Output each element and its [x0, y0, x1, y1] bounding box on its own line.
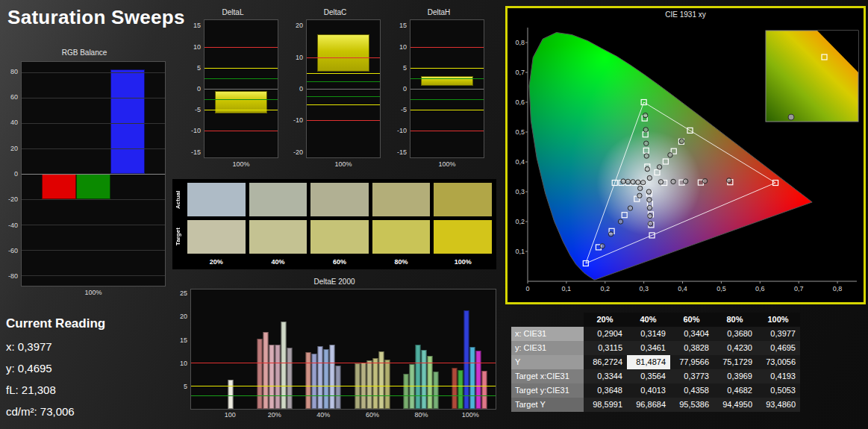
- measured-point-blue: [618, 219, 622, 224]
- y-tick-label: -10: [397, 127, 407, 134]
- measured-point-cyan: [636, 180, 640, 184]
- table-value-cell[interactable]: 0,3149: [627, 327, 670, 341]
- x-tick-label: 0,3: [639, 285, 649, 292]
- y-tick-label: 0,3: [515, 188, 525, 195]
- x-tick-label: 100: [225, 411, 236, 419]
- x-tick-label: 0,2: [601, 285, 611, 292]
- swatch-actual-20%: [187, 183, 246, 216]
- table-value-cell[interactable]: 98,5991: [584, 398, 627, 412]
- deltae-bar: [306, 352, 311, 409]
- deltae-x-axis: 10020%40%60%80%100%: [190, 410, 496, 419]
- table-value-cell[interactable]: 0,3969: [714, 369, 757, 383]
- reference-line: [410, 47, 484, 48]
- table-value-cell[interactable]: 0,3680: [714, 327, 757, 341]
- delta-h-chart-title: DeltaH: [393, 7, 484, 18]
- measured-point-red: [671, 179, 675, 184]
- x-tick-label: 80%: [415, 411, 428, 419]
- measured-point-magenta: [647, 198, 652, 202]
- y-tick-label: -40: [8, 222, 18, 229]
- reference-line: [410, 99, 484, 100]
- reference-line: [307, 104, 380, 105]
- calibration-report-window: Saturation Sweeps RGB Balance 806040200-…: [0, 0, 868, 429]
- table-value-cell[interactable]: 0,3773: [670, 369, 714, 383]
- x-tick-label: 0,6: [755, 285, 765, 292]
- x-tick-label: 60%: [366, 411, 379, 419]
- zero-axis-line: [410, 89, 484, 90]
- measured-point-red: [727, 178, 731, 183]
- table-value-cell[interactable]: 77,9566: [670, 355, 714, 369]
- table-value-cell[interactable]: 73,0056: [757, 355, 800, 369]
- table-value-cell[interactable]: 0,4013: [627, 383, 670, 398]
- x-tick-label: 0,4: [678, 285, 687, 292]
- deltae-bar: [482, 371, 487, 409]
- measured-point-magenta: [648, 213, 652, 218]
- measured-point-magenta: [648, 222, 652, 226]
- y-tick-label: -15: [397, 148, 407, 156]
- x-tick-label: 0,1: [562, 285, 572, 292]
- y-tick-label: 10: [180, 360, 187, 367]
- gridline: [22, 98, 165, 98]
- deltae-bar: [476, 351, 481, 409]
- table-value-cell[interactable]: 0,4358: [670, 383, 714, 398]
- table-value-cell[interactable]: 93,4860: [757, 398, 800, 412]
- deltae-bar: [404, 374, 409, 409]
- measured-point-blue: [628, 206, 632, 210]
- reference-line: [307, 57, 380, 58]
- table-row: Target Y98,599196,868495,538694,495093,4…: [511, 398, 800, 412]
- measured-point-red: [658, 180, 663, 184]
- reference-line: [204, 99, 278, 100]
- y-tick-label: 15: [180, 336, 187, 344]
- table-value-cell[interactable]: 0,4193: [757, 369, 800, 383]
- table-row-label: Target x:CIE31: [511, 369, 584, 383]
- gridline: [22, 250, 165, 251]
- y-tick-label: 0,1: [515, 248, 525, 255]
- table-value-cell[interactable]: 0,5053: [757, 383, 800, 398]
- deltae-bar-group: [355, 289, 390, 409]
- deltae-bar: [324, 349, 329, 409]
- table-value-cell[interactable]: 95,5386: [670, 398, 714, 412]
- x-tick-label: 0,5: [716, 285, 726, 292]
- deltae-bar: [366, 360, 372, 409]
- table-value-cell[interactable]: 0,2904: [584, 327, 627, 341]
- table-value-cell[interactable]: 0,3648: [584, 383, 627, 398]
- reference-line: [307, 120, 380, 121]
- current-reading-title: Current Reading: [6, 316, 105, 331]
- swatch-actual-80%: [372, 183, 431, 216]
- table-value-cell[interactable]: 0,4682: [714, 383, 757, 398]
- table-value-cell[interactable]: 0,3344: [584, 369, 627, 383]
- delta-l-plotwrap: 151050-5-10-15: [187, 19, 278, 158]
- table-value-cell[interactable]: 94,4950: [714, 398, 757, 412]
- y-tick-label: 0,4: [515, 158, 525, 166]
- gridline: [22, 72, 165, 73]
- deltae-bar: [372, 358, 378, 409]
- table-value-cell[interactable]: 96,8684: [627, 398, 670, 412]
- swatch-percent-label: 100%: [434, 257, 492, 266]
- y-tick-label: 15: [399, 22, 407, 29]
- delta-l-x-label: 100%: [187, 160, 278, 168]
- y-tick-label: 0,2: [515, 218, 525, 225]
- deltae-bar: [384, 360, 390, 409]
- delta-h-x-label: 100%: [393, 160, 484, 168]
- table-value-cell[interactable]: 0,4695: [757, 341, 800, 355]
- deltae-bar: [458, 370, 463, 409]
- table-value-cell[interactable]: 0,3461: [627, 341, 670, 355]
- cie-diagram: 00,10,20,30,40,50,60,70,80,10,20,30,40,5…: [508, 20, 864, 302]
- measured-point-magenta: [647, 205, 652, 210]
- table-value-cell[interactable]: 81,4874: [627, 355, 670, 369]
- table-value-cell[interactable]: 0,4230: [714, 341, 757, 355]
- table-value-cell[interactable]: 75,1729: [714, 355, 757, 369]
- measured-point-cyan: [631, 180, 635, 184]
- y-tick-label: -5: [401, 106, 407, 113]
- y-tick-label: 80: [10, 68, 18, 75]
- swatch-row-label-actual: Actual: [175, 183, 184, 216]
- table-value-cell[interactable]: 0,3115: [584, 341, 627, 355]
- table-value-cell[interactable]: 0,3977: [757, 327, 800, 341]
- table-value-cell[interactable]: 0,3564: [627, 369, 670, 383]
- table-value-cell[interactable]: 0,3828: [670, 341, 714, 355]
- deltae-bar-group: [257, 289, 293, 409]
- table-row-label: x: CIE31: [511, 327, 584, 341]
- measured-point-green: [643, 128, 648, 132]
- table-value-cell[interactable]: 86,2724: [584, 355, 627, 369]
- deltae-bar: [275, 345, 281, 409]
- table-value-cell[interactable]: 0,3404: [670, 327, 714, 341]
